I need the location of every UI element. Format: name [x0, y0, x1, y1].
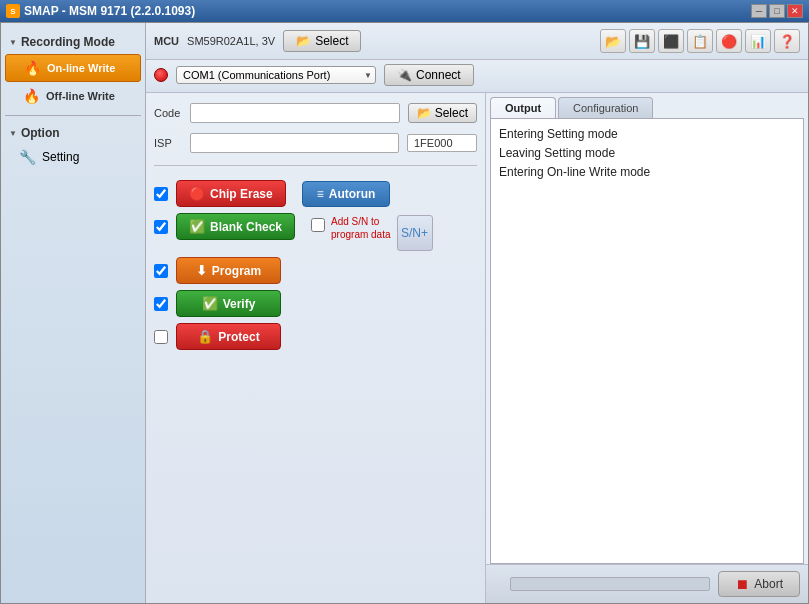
triangle-icon: ▼ — [9, 38, 17, 47]
chip-erase-button[interactable]: 🔴 Chip Erase — [176, 180, 286, 207]
autorun-icon: ≡ — [317, 187, 324, 201]
connection-indicator — [154, 68, 168, 82]
sidebar: ▼ Recording Mode 🔥 On-line Write 🔥 Off-l… — [1, 23, 146, 603]
main-split: Code 📂 Select ISP 1FE000 — [146, 93, 808, 603]
triangle-icon-option: ▼ — [9, 129, 17, 138]
title-bar: S SMAP - MSM 9171 (2.2.0.1093) ─ □ ✕ — [0, 0, 809, 22]
autorun-label: Autorun — [329, 187, 376, 201]
sn-button[interactable]: S/N+ — [397, 215, 433, 251]
mcu-row: MCU SM59R02A1L, 3V 📂 Select — [154, 30, 361, 52]
sidebar-item-offline-write[interactable]: 🔥 Off-line Write — [5, 83, 141, 109]
sidebar-item-online-write[interactable]: 🔥 On-line Write — [5, 54, 141, 82]
connect-label: Connect — [416, 68, 461, 82]
output-line: Entering On-line Write mode — [499, 163, 795, 182]
mcu-select-button[interactable]: 📂 Select — [283, 30, 361, 52]
isp-label: ISP — [154, 137, 182, 149]
wrench-icon: 🔧 — [19, 149, 36, 165]
connect-icon: 🔌 — [397, 68, 412, 82]
com-row: COM1 (Communications Port) ▼ 🔌 Connect — [146, 60, 808, 93]
program-label: Program — [212, 264, 261, 278]
window-title: SMAP - MSM 9171 (2.2.0.1093) — [24, 4, 195, 18]
program-button[interactable]: ⬇ Program — [176, 257, 281, 284]
sn-label: Add S/N toprogram data — [331, 215, 390, 241]
left-panel: Code 📂 Select ISP 1FE000 — [146, 93, 486, 603]
mcu-toolbar: MCU SM59R02A1L, 3V 📂 Select 📂 💾 ⬛ 📋 🔴 📊 … — [146, 23, 808, 60]
flame-icon-online: 🔥 — [24, 60, 41, 76]
setting-label: Setting — [42, 150, 79, 164]
recording-mode-label: Recording Mode — [21, 35, 115, 49]
connect-button[interactable]: 🔌 Connect — [384, 64, 474, 86]
tab-output[interactable]: Output — [490, 97, 556, 119]
main-window: ▼ Recording Mode 🔥 On-line Write 🔥 Off-l… — [0, 22, 809, 604]
toolbar-icon-help[interactable]: ❓ — [774, 29, 800, 53]
protect-button[interactable]: 🔒 Protect — [176, 323, 281, 350]
content-area: MCU SM59R02A1L, 3V 📂 Select 📂 💾 ⬛ 📋 🔴 📊 … — [146, 23, 808, 603]
toolbar-icon-copy[interactable]: 📋 — [687, 29, 713, 53]
toolbar-icon-save[interactable]: 💾 — [629, 29, 655, 53]
sn-area: Add S/N toprogram data S/N+ — [311, 215, 432, 251]
offline-write-label: Off-line Write — [46, 90, 115, 102]
select-icon: 📂 — [296, 34, 311, 48]
mcu-value: SM59R02A1L, 3V — [187, 35, 275, 47]
sidebar-item-setting[interactable]: 🔧 Setting — [1, 144, 145, 170]
toolbar-icon-open[interactable]: 📂 — [600, 29, 626, 53]
verify-checkbox[interactable] — [154, 297, 168, 311]
erase-icon: 🔴 — [189, 186, 205, 201]
horizontal-divider — [154, 165, 477, 166]
mcu-label: MCU — [154, 35, 179, 47]
protect-row: 🔒 Protect — [154, 323, 477, 350]
toolbar-icon-chart[interactable]: 📊 — [745, 29, 771, 53]
flame-icon-offline: 🔥 — [23, 88, 40, 104]
blank-check-row: ✅ Blank Check — [154, 213, 295, 240]
isp-input[interactable] — [190, 133, 399, 153]
folder-icon: 📂 — [417, 106, 432, 120]
toolbar-icon-delete[interactable]: 🔴 — [716, 29, 742, 53]
verify-row: ✅ Verify — [154, 290, 477, 317]
chip-erase-row: 🔴 Chip Erase — [154, 180, 286, 207]
operations-area: 🔴 Chip Erase ≡ Autorun — [154, 180, 477, 350]
tab-configuration[interactable]: Configuration — [558, 97, 653, 118]
abort-label: Abort — [754, 577, 783, 591]
protect-checkbox[interactable] — [154, 330, 168, 344]
blank-check-button[interactable]: ✅ Blank Check — [176, 213, 295, 240]
autorun-button[interactable]: ≡ Autorun — [302, 181, 391, 207]
sn-icon: S/N+ — [401, 226, 428, 240]
chip-erase-label: Chip Erase — [210, 187, 273, 201]
protect-label: Protect — [218, 330, 259, 344]
bottom-bar: ⏹ Abort — [486, 564, 808, 603]
blank-check-checkbox[interactable] — [154, 220, 168, 234]
sidebar-divider — [5, 115, 141, 116]
minimize-button[interactable]: ─ — [751, 4, 767, 18]
abort-icon: ⏹ — [735, 576, 749, 592]
program-checkbox[interactable] — [154, 264, 168, 278]
abort-button[interactable]: ⏹ Abort — [718, 571, 800, 597]
check-icon: ✅ — [189, 219, 205, 234]
program-row: ⬇ Program — [154, 257, 477, 284]
verify-icon: ✅ — [202, 296, 218, 311]
code-select-label: Select — [435, 106, 468, 120]
recording-mode-section: ▼ Recording Mode — [1, 31, 145, 53]
option-section: ▼ Option — [1, 122, 145, 144]
blank-check-label: Blank Check — [210, 220, 282, 234]
maximize-button[interactable]: □ — [769, 4, 785, 18]
code-input[interactable] — [190, 103, 400, 123]
com-dropdown-wrapper: COM1 (Communications Port) ▼ — [176, 66, 376, 84]
verify-button[interactable]: ✅ Verify — [176, 290, 281, 317]
chip-erase-checkbox[interactable] — [154, 187, 168, 201]
option-label: Option — [21, 126, 60, 140]
com-select[interactable]: COM1 (Communications Port) — [176, 66, 376, 84]
output-line: Leaving Setting mode — [499, 144, 795, 163]
sn-checkbox[interactable] — [311, 218, 325, 232]
tabs-row: Output Configuration — [486, 93, 808, 118]
isp-row: ISP 1FE000 — [154, 131, 477, 155]
protect-icon: 🔒 — [197, 329, 213, 344]
mcu-select-label: Select — [315, 34, 348, 48]
app-icon: S — [6, 4, 20, 18]
output-area: Entering Setting modeLeaving Setting mod… — [490, 118, 804, 564]
toolbar-icon-stop[interactable]: ⬛ — [658, 29, 684, 53]
isp-hex-value: 1FE000 — [407, 134, 477, 152]
right-panel: Output Configuration Entering Setting mo… — [486, 93, 808, 603]
progress-bar — [510, 577, 710, 591]
code-select-button[interactable]: 📂 Select — [408, 103, 477, 123]
close-button[interactable]: ✕ — [787, 4, 803, 18]
